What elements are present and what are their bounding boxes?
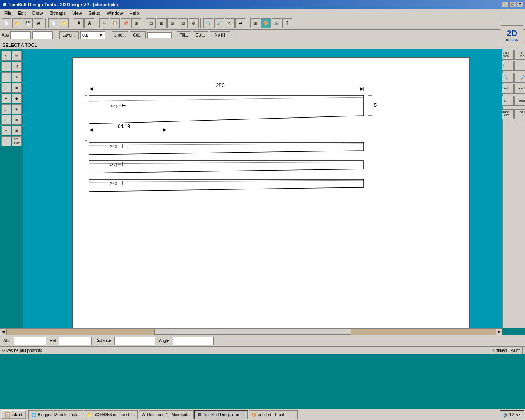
btn-b[interactable]: ⊠ — [157, 18, 167, 28]
menu-setup[interactable]: Setup — [85, 10, 104, 16]
fill-display: No fill — [210, 31, 230, 39]
special-button[interactable]: ⊞ — [131, 18, 141, 28]
new2-button[interactable]: 📄 — [48, 18, 58, 28]
zoom-in-button[interactable]: 🔍 — [203, 18, 213, 28]
select-tool[interactable]: ↖ — [1, 51, 11, 61]
angle-field[interactable] — [173, 337, 214, 345]
rotate-button[interactable]: ↻ — [225, 18, 235, 28]
copy-button[interactable]: 📋 — [110, 18, 120, 28]
scroll-left-btn[interactable]: ◀ — [0, 329, 7, 335]
tool-row-9: in DELANY — [1, 136, 22, 146]
close-button[interactable]: ✕ — [517, 2, 523, 7]
text-tool[interactable]: A — [1, 94, 11, 103]
hatch-tool[interactable]: ▦ — [12, 83, 22, 93]
paint-icon: 🎨 — [251, 413, 256, 417]
taskbar-blogger[interactable]: 🌐 Blogger: Module Task... — [28, 410, 83, 419]
menu-bitmaps[interactable]: Bitmaps — [46, 10, 69, 16]
curve-text-tool[interactable]: Ͳ — [1, 83, 11, 93]
line-button[interactable]: Line... — [112, 31, 128, 39]
text2-button[interactable]: A — [84, 18, 94, 28]
save-button[interactable]: 💾 — [23, 18, 33, 28]
text-button[interactable]: A — [74, 18, 84, 28]
open2-button[interactable]: 📁 — [59, 18, 69, 28]
window-title: TechSoft Design Tools - 2D Design V2 - [… — [8, 2, 119, 7]
col1-button[interactable]: Col... — [130, 31, 145, 39]
titlebar-controls[interactable]: _ □ ✕ — [502, 2, 523, 7]
rel-field[interactable] — [59, 337, 92, 345]
btn-e[interactable]: ⊕ — [189, 18, 199, 28]
scroll-right-btn[interactable]: ▶ — [496, 329, 502, 335]
menu-view[interactable]: View — [69, 10, 85, 16]
cut-button[interactable]: ✂ — [99, 18, 109, 28]
fill-button[interactable]: Fill... — [177, 31, 191, 39]
menu-draw[interactable]: Draw — [29, 10, 46, 16]
print-button[interactable]: 🖨 — [34, 18, 43, 28]
node-tool[interactable]: ◆ — [12, 94, 22, 103]
circle-tool[interactable]: ○ — [1, 62, 11, 71]
rel-label: Rel — [48, 338, 57, 343]
del-last-btn[interactable]: DEL← — [514, 109, 525, 119]
paint-taskbar-preview[interactable]: untitled - Paint — [491, 347, 523, 354]
chopstick-1-symbol: ⊳◁ ⊣⊢ — [110, 103, 126, 108]
scroll-thumb[interactable] — [154, 329, 351, 335]
scroll-track[interactable] — [7, 329, 496, 335]
minimize-button[interactable]: _ — [502, 2, 509, 7]
chopstick-4 — [89, 179, 364, 192]
menu-help[interactable]: Help — [126, 10, 142, 16]
hint-bottom-bar: Gives helpful prompts untitled - Paint — [0, 346, 525, 354]
pencil-tool[interactable]: ✏ — [12, 51, 22, 61]
col2-button[interactable]: Col... — [193, 31, 208, 39]
svg-marker-3 — [360, 87, 364, 91]
chopstick-1 — [89, 95, 364, 124]
abs-x-field[interactable] — [14, 337, 46, 345]
help-button[interactable]: ? — [282, 18, 292, 28]
menu-file[interactable]: File — [1, 10, 15, 16]
selec-btn[interactable]: selec — [514, 96, 525, 106]
snap-arrow-btn[interactable]: → — [514, 61, 525, 71]
step-lock-btn[interactable]: STEPLOCK — [514, 50, 525, 60]
y-input[interactable] — [32, 31, 53, 39]
open-button[interactable]: 📂 — [12, 18, 22, 28]
btn-a[interactable]: ⊡ — [146, 18, 156, 28]
scale-tool[interactable]: ⊞ — [12, 104, 22, 114]
taskbar-techsoft[interactable]: 🖥 TechSoft Design Tool... — [194, 410, 248, 419]
array-tool[interactable]: ▦ — [12, 126, 22, 135]
color-button[interactable]: 🎨 — [261, 18, 271, 28]
rotate-tool[interactable]: ↺ — [12, 62, 22, 71]
mirror-tool[interactable]: ⇌ — [1, 104, 11, 114]
maximize-button[interactable]: □ — [509, 2, 516, 7]
btn-c[interactable]: ⊟ — [167, 18, 177, 28]
canvas-area[interactable]: 280 5 10 ⊳◁ ⊣⊢ — [23, 49, 502, 328]
taskbar-word[interactable]: W Document1 - Microsof... — [139, 410, 194, 419]
in-tool[interactable]: in — [1, 136, 11, 146]
del-any-tool[interactable]: DELANY — [12, 136, 22, 146]
hint-text: SELECT A TOOL — [2, 43, 37, 48]
dim-tool[interactable]: ↔ — [1, 115, 11, 125]
flip-button[interactable]: ⇄ — [235, 18, 245, 28]
right-toolbar: GRIDLOCK STEPLOCK □ → 🔍 🔎 last media all… — [502, 49, 525, 328]
clip-tool[interactable]: ✂ — [1, 126, 11, 135]
zoom-out-button[interactable]: 🔎 — [214, 18, 224, 28]
taskbar-nasstu[interactable]: 📁 n0268356 on 'nasstu... — [84, 410, 138, 419]
wave-tool[interactable]: ∿ — [12, 72, 22, 82]
x-input[interactable] — [10, 31, 31, 39]
line-style — [149, 35, 170, 35]
rect-tool[interactable]: □ — [1, 72, 11, 82]
grid-tool[interactable]: ⊞ — [12, 115, 22, 125]
start-icon: 🪟 — [5, 412, 11, 418]
layer-dropdown[interactable]: cut ▼ — [80, 31, 105, 39]
btn-d[interactable]: ⊞ — [178, 18, 188, 28]
sound-button[interactable]: 🔊 — [272, 18, 281, 28]
taskbar-paint[interactable]: 🎨 untitled - Paint — [249, 410, 298, 419]
start-button[interactable]: 🪟 start — [1, 410, 26, 419]
layer-button[interactable]: Layer... — [59, 31, 79, 39]
grid-button[interactable]: ⊞ — [250, 18, 260, 28]
media-btn[interactable]: media — [514, 84, 525, 94]
zoom2-btn[interactable]: 🔎 — [514, 73, 525, 83]
new-button[interactable]: 📄 — [2, 18, 11, 28]
paste-button[interactable]: 📌 — [121, 18, 130, 28]
h-scrollbar[interactable]: ◀ ▶ — [0, 328, 502, 335]
menu-edit[interactable]: Edit — [15, 10, 29, 16]
menu-window[interactable]: Window — [104, 10, 126, 16]
distance-field[interactable] — [114, 337, 155, 345]
